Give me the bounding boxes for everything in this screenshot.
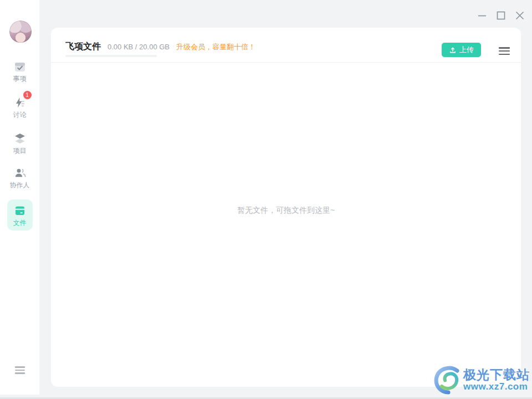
close-button[interactable] <box>513 9 526 22</box>
flash-icon: 1 <box>13 96 27 109</box>
header-divider <box>51 62 521 63</box>
upload-button-label: 上传 <box>459 45 474 55</box>
sidebar-item-label: 文件 <box>13 219 27 227</box>
maximize-button[interactable] <box>494 9 508 22</box>
layers-icon <box>13 132 27 145</box>
close-icon <box>514 10 525 21</box>
sidebar-item-label: 事项 <box>13 75 27 83</box>
files-panel: 飞项文件 0.00 KB / 20.00 GB 升级会员，容量翻十倍！ 上传 暂… <box>51 28 521 387</box>
sidebar-item-label: 项目 <box>13 147 27 155</box>
empty-state-text: 暂无文件，可拖文件到这里~ <box>51 206 521 216</box>
upgrade-link[interactable]: 升级会员，容量翻十倍！ <box>176 42 255 52</box>
people-icon <box>13 166 27 180</box>
sidebar-hamburger-icon[interactable] <box>15 365 25 376</box>
sidebar-item-files[interactable]: 文件 <box>7 200 33 231</box>
discussion-badge: 1 <box>23 91 32 99</box>
sidebar-item-label: 协作人 <box>10 181 30 189</box>
sidebar-item-collaborators[interactable]: 协作人 <box>7 166 33 189</box>
drawer-icon <box>13 204 27 217</box>
calendar-check-icon <box>13 60 27 73</box>
maximize-icon <box>495 10 507 21</box>
minimize-icon <box>477 10 488 21</box>
storage-usage: 0.00 KB / 20.00 GB <box>108 43 170 51</box>
upload-icon <box>449 46 457 54</box>
upload-button[interactable]: 上传 <box>442 43 481 57</box>
storage-progress-bar <box>65 55 157 57</box>
window-controls <box>475 9 526 22</box>
page-title: 飞项文件 <box>65 41 101 53</box>
sidebar-item-tasks[interactable]: 事项 <box>7 60 33 83</box>
avatar[interactable] <box>9 21 32 43</box>
sidebar-item-projects[interactable]: 项目 <box>7 132 33 155</box>
panel-header: 飞项文件 0.00 KB / 20.00 GB 升级会员，容量翻十倍！ <box>65 41 255 53</box>
sidebar: 事项 1 讨论 项目 <box>0 0 39 395</box>
panel-hamburger-icon[interactable] <box>499 45 510 57</box>
minimize-button[interactable] <box>475 9 489 22</box>
sidebar-item-label: 讨论 <box>13 111 27 119</box>
sidebar-item-discussion[interactable]: 1 讨论 <box>7 96 33 119</box>
